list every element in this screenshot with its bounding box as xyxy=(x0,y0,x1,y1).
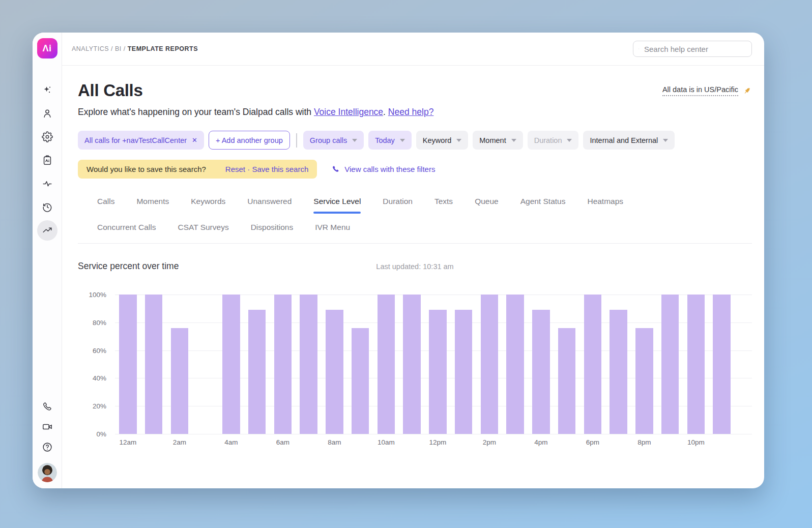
x-tick-label xyxy=(709,438,735,446)
tab-moments[interactable]: Moments xyxy=(136,197,169,206)
duration-dropdown[interactable]: Duration xyxy=(528,131,579,150)
moment-dropdown[interactable]: Moment xyxy=(473,131,523,150)
breadcrumb-path[interactable]: ANALYTICS / BI / xyxy=(72,45,128,52)
bar-1pm[interactable] xyxy=(455,310,473,434)
pushpin-icon xyxy=(742,86,752,96)
filter-divider xyxy=(296,133,297,148)
help-search[interactable] xyxy=(633,41,752,57)
bar-7am[interactable] xyxy=(300,295,317,434)
sidebar-nav xyxy=(37,80,57,241)
tab-duration[interactable]: Duration xyxy=(383,197,413,206)
tab-agent-status[interactable]: Agent Status xyxy=(520,197,566,206)
bar-10am[interactable] xyxy=(378,295,395,434)
bar-9pm[interactable] xyxy=(661,295,679,434)
bar-slot-8am xyxy=(322,295,347,434)
x-axis-labels: 12am2am4am6am8am10am12pm2pm4pm6pm8pm10pm xyxy=(115,438,735,446)
reset-link[interactable]: Reset xyxy=(225,165,245,173)
tab-heatmaps[interactable]: Heatmaps xyxy=(587,197,623,206)
view-calls-link[interactable]: View calls with these filters xyxy=(331,165,435,173)
search-input[interactable] xyxy=(643,44,746,54)
tab-queue[interactable]: Queue xyxy=(475,197,499,206)
history-icon[interactable] xyxy=(37,197,57,217)
keyword-label: Keyword xyxy=(423,136,451,144)
bar-slot-12am xyxy=(115,295,141,434)
bar-slot-11pm xyxy=(709,295,735,434)
add-group-label: + Add another group xyxy=(216,136,283,144)
x-tick-label xyxy=(347,438,373,446)
x-tick-label: 2am xyxy=(167,438,193,446)
tab-unanswered[interactable]: Unanswered xyxy=(247,197,292,206)
bar-6pm[interactable] xyxy=(584,295,602,434)
bar-11am[interactable] xyxy=(403,295,421,434)
main-panel: ANALYTICS / BI / TEMPLATE REPORTS All Ca… xyxy=(62,33,764,488)
x-tick-label: 6pm xyxy=(580,438,606,446)
tab-csat-surveys[interactable]: CSAT Surveys xyxy=(178,223,228,232)
x-tick-label: 10pm xyxy=(683,438,709,446)
save-search-link[interactable]: Save this search xyxy=(252,165,308,173)
y-tick-label: 60% xyxy=(93,346,106,354)
bar-slot-10pm xyxy=(683,295,709,434)
bar-9am[interactable] xyxy=(352,328,369,434)
video-camera-icon[interactable] xyxy=(37,417,57,437)
bar-2am[interactable] xyxy=(171,328,189,434)
help-icon[interactable] xyxy=(37,437,57,457)
bar-7pm[interactable] xyxy=(610,310,627,434)
sidebar-bottom xyxy=(37,396,57,482)
ai-sparkles-icon[interactable] xyxy=(37,80,57,100)
duration-label: Duration xyxy=(534,136,562,144)
phone-icon[interactable] xyxy=(37,396,57,417)
bar-12am[interactable] xyxy=(119,295,137,434)
direction-dropdown[interactable]: Internal and External xyxy=(583,131,675,150)
subtitle-separator: . xyxy=(383,107,388,117)
page-subtitle: Explore what's happening on your team's … xyxy=(78,107,752,118)
date-range-label: Today xyxy=(375,136,395,144)
tabs-divider xyxy=(78,243,752,244)
x-tick-label xyxy=(296,438,322,446)
bar-10pm[interactable] xyxy=(687,295,705,434)
tab-dispositions[interactable]: Dispositions xyxy=(251,223,294,232)
contacts-icon[interactable] xyxy=(37,103,57,124)
remove-group-icon[interactable]: ✕ xyxy=(192,136,197,144)
chevron-down-icon xyxy=(400,139,405,142)
timezone-note[interactable]: All data is in US/Pacific xyxy=(662,85,738,96)
filter-bar: All calls for +navTestCallCenter ✕ + Add… xyxy=(78,131,752,150)
bar-12pm[interactable] xyxy=(429,310,447,434)
tab-concurrent-calls[interactable]: Concurrent Calls xyxy=(97,223,156,232)
tab-calls[interactable]: Calls xyxy=(97,197,114,206)
tab-ivr-menu[interactable]: IVR Menu xyxy=(315,223,350,232)
voice-intelligence-link[interactable]: Voice Intelligence xyxy=(314,107,383,117)
bar-4am[interactable] xyxy=(222,295,240,434)
need-help-link[interactable]: Need help? xyxy=(388,107,434,117)
bar-8am[interactable] xyxy=(326,310,343,434)
settings-gear-icon[interactable] xyxy=(37,127,57,147)
dialpad-ai-logo[interactable]: Λi xyxy=(37,38,57,58)
user-avatar[interactable] xyxy=(38,463,57,482)
keyword-dropdown[interactable]: Keyword xyxy=(416,131,468,150)
tab-texts[interactable]: Texts xyxy=(434,197,453,206)
bar-6am[interactable] xyxy=(274,295,292,434)
bar-2pm[interactable] xyxy=(481,295,499,434)
bar-11pm[interactable] xyxy=(713,295,731,434)
x-tick-label: 8pm xyxy=(631,438,657,446)
bar-1am[interactable] xyxy=(145,295,163,434)
tab-keywords[interactable]: Keywords xyxy=(191,197,225,206)
bar-slot-5pm xyxy=(554,295,580,434)
bar-3pm[interactable] xyxy=(506,295,524,434)
selected-group-chip[interactable]: All calls for +navTestCallCenter ✕ xyxy=(78,131,204,150)
tab-service-level[interactable]: Service Level xyxy=(313,197,361,206)
bar-5am[interactable] xyxy=(248,310,266,434)
bar-5pm[interactable] xyxy=(558,328,576,434)
y-tick-label: 20% xyxy=(93,402,106,410)
activity-pulse-icon[interactable] xyxy=(37,173,57,194)
group-calls-dropdown[interactable]: Group calls xyxy=(303,131,364,150)
x-tick-label: 4pm xyxy=(528,438,554,446)
bar-8pm[interactable] xyxy=(635,328,653,434)
date-range-dropdown[interactable]: Today xyxy=(368,131,412,150)
ai-transcript-icon[interactable] xyxy=(37,150,57,170)
add-group-button[interactable]: + Add another group xyxy=(209,131,290,150)
bar-4pm[interactable] xyxy=(532,310,550,434)
analytics-trending-icon[interactable] xyxy=(37,220,57,241)
chart-plot-area xyxy=(115,295,752,434)
action-separator: · xyxy=(245,165,252,173)
bar-slot-12pm xyxy=(425,295,451,434)
